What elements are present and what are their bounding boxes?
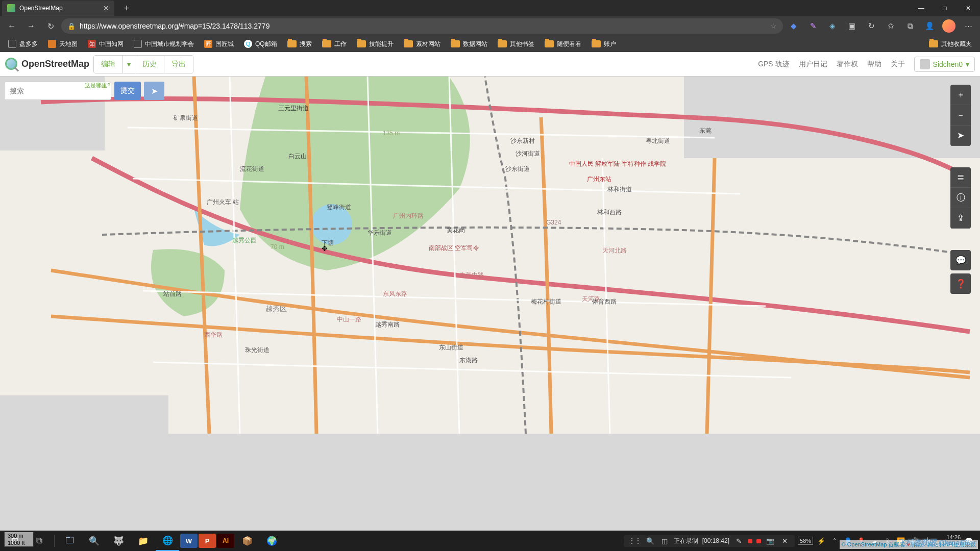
svg-text:广州东站: 广州东站 xyxy=(587,176,611,183)
browser-tab-active[interactable]: OpenStreetMap ✕ xyxy=(2,1,114,16)
map-canvas[interactable]: 白云山 135 m 三元里街道 广州火车 站 流花街道 矿泉街道 登峰街道 华乐… xyxy=(0,77,980,551)
zoom-out-button[interactable]: － xyxy=(950,105,971,126)
edit-button[interactable]: 编辑 xyxy=(94,56,123,73)
app-icon-1[interactable]: 🗔 xyxy=(58,531,81,551)
app-icon-globe[interactable]: 🌍 xyxy=(260,531,283,551)
profile-switch-icon[interactable]: 👤 xyxy=(921,17,938,35)
bookmark-folder[interactable]: 搜索 xyxy=(283,38,316,51)
drag-handle-icon[interactable]: ⋮⋮ xyxy=(629,537,641,544)
ext-icon-1[interactable]: ◆ xyxy=(785,17,802,35)
close-window-button[interactable]: ✕ xyxy=(957,0,980,16)
folder-icon xyxy=(287,40,297,47)
close-rec-icon[interactable]: ✕ xyxy=(779,537,790,545)
minimize-button[interactable]: — xyxy=(910,0,933,16)
osm-logo[interactable]: OpenStreetMap xyxy=(5,58,89,71)
bookmark-item[interactable]: 匠国匠城 xyxy=(200,38,238,51)
file-explorer-icon[interactable]: 📁 xyxy=(131,531,155,551)
ext-icon-5[interactable]: ↻ xyxy=(863,17,880,35)
bookmark-item[interactable]: 盘多多 xyxy=(4,38,42,51)
folder-icon xyxy=(929,40,938,47)
bookmark-item[interactable]: 天地图 xyxy=(44,38,82,51)
url-input[interactable]: 🔒 https://www.openstreetmap.org/#map=15/… xyxy=(61,18,783,34)
illustrator-icon[interactable]: Ai xyxy=(217,534,234,548)
pause-button[interactable] xyxy=(756,539,761,543)
ext-icon-3[interactable]: ◈ xyxy=(824,17,841,35)
ext-icon-2[interactable]: ✎ xyxy=(804,17,822,35)
window-controls: — □ ✕ xyxy=(910,0,980,16)
locate-button[interactable]: ➤ xyxy=(950,126,971,146)
bookmark-folder[interactable]: 素材网站 xyxy=(400,38,445,51)
bookmark-item[interactable]: 知中国知网 xyxy=(84,38,128,51)
copyright-link[interactable]: 著作权 xyxy=(837,60,858,69)
svg-text:先烈中路: 先烈中路 xyxy=(459,271,484,279)
tray-overflow-icon[interactable]: ˄ xyxy=(829,537,840,545)
word-icon[interactable]: W xyxy=(180,534,198,548)
camera-icon[interactable]: 📷 xyxy=(765,537,775,545)
svg-text:广州火车
站: 广州火车 站 xyxy=(207,198,239,206)
svg-text:70 m: 70 m xyxy=(271,243,284,251)
pencil-icon[interactable]: ✎ xyxy=(733,537,744,545)
favorites-icon[interactable]: ✩ xyxy=(882,17,899,35)
rec-settings-icon[interactable]: ◫ xyxy=(659,537,670,545)
powerpoint-icon[interactable]: P xyxy=(199,534,216,548)
donate-link[interactable]: 捐款 xyxy=(912,541,923,547)
back-button[interactable]: ← xyxy=(3,17,20,35)
battery-status[interactable]: 58% xyxy=(798,537,813,545)
search-submit-button[interactable]: 提交 xyxy=(114,82,141,100)
terms-link[interactable]: 网站和API使用条款 xyxy=(927,541,976,547)
export-button[interactable]: 导出 xyxy=(164,56,193,73)
record-button[interactable] xyxy=(748,539,752,543)
power-icon[interactable]: ⚡ xyxy=(816,537,826,545)
bookmark-folder[interactable]: 随便看看 xyxy=(541,38,585,51)
new-tab-button[interactable]: + xyxy=(119,3,134,14)
directions-button[interactable]: ➤ xyxy=(144,82,164,100)
bookmarks-overflow[interactable]: 其他收藏夹 xyxy=(925,38,976,51)
close-tab-icon[interactable]: ✕ xyxy=(103,4,109,12)
bookmark-folder[interactable]: 其他书签 xyxy=(494,38,538,51)
primary-actions: 编辑 ▾ 历史 导出 xyxy=(93,55,193,73)
osm-favicon xyxy=(7,4,15,12)
bookmark-folder[interactable]: 技能提升 xyxy=(353,38,398,51)
ext-icon-4[interactable]: ▣ xyxy=(843,17,861,35)
chevron-down-icon: ▾ xyxy=(966,60,969,68)
map-key-button[interactable]: ⓘ xyxy=(950,188,971,208)
bookmark-folder[interactable]: 数据网站 xyxy=(447,38,492,51)
gps-traces-link[interactable]: GPS 轨迹 xyxy=(758,60,789,69)
folder-icon xyxy=(357,40,366,47)
collections-icon[interactable]: ⧉ xyxy=(901,17,919,35)
qq-icon: Q xyxy=(244,40,252,48)
app-icon-box[interactable]: 📦 xyxy=(235,531,259,551)
menu-icon[interactable]: ⋯ xyxy=(960,17,977,35)
layers-button[interactable]: ≣ xyxy=(950,167,971,188)
search-app-icon[interactable]: 🔍 xyxy=(82,531,106,551)
user-diaries-link[interactable]: 用户日记 xyxy=(799,60,827,69)
rec-tool-icon[interactable]: 🔍 xyxy=(645,537,655,545)
bookmark-folder[interactable]: 工作 xyxy=(318,38,351,51)
maximize-button[interactable]: □ xyxy=(933,0,957,16)
svg-text:南部战区
空军司令: 南部战区 空军司令 xyxy=(429,244,479,252)
about-link[interactable]: 关于 xyxy=(891,60,905,69)
history-button[interactable]: 历史 xyxy=(135,56,164,73)
app-icon-wolf[interactable]: 🐺 xyxy=(107,531,130,551)
add-note-button[interactable]: 💬 xyxy=(950,250,971,270)
favorite-icon[interactable]: ☆ xyxy=(770,22,777,30)
attribution-copy[interactable]: © OpenStreetMap 贡献者 xyxy=(842,541,905,547)
user-menu[interactable]: Sidchen0 ▾ xyxy=(914,57,975,72)
map-svg: 白云山 135 m 三元里街道 广州火车 站 流花街道 矿泉街道 登峰街道 华乐… xyxy=(0,77,980,551)
profile-avatar[interactable] xyxy=(940,17,958,35)
edge-icon[interactable]: 🌐 xyxy=(156,531,179,551)
magnifier-icon xyxy=(5,58,18,71)
zoom-in-button[interactable]: ＋ xyxy=(950,85,971,105)
edit-dropdown[interactable]: ▾ xyxy=(123,56,135,73)
scale-imperial: 1000 ft xyxy=(4,539,34,547)
help-link[interactable]: 帮助 xyxy=(867,60,881,69)
bookmark-folder[interactable]: 账户 xyxy=(587,38,620,51)
query-features-button[interactable]: ❓ xyxy=(950,273,971,294)
share-button[interactable]: ⇪ xyxy=(950,208,971,229)
where-am-i-link[interactable]: 这是哪里? xyxy=(85,82,110,89)
svg-text:华乐街道: 华乐街道 xyxy=(368,229,392,236)
refresh-button[interactable]: ↻ xyxy=(42,17,59,35)
bookmark-item[interactable]: QQQ邮箱 xyxy=(240,38,281,51)
bookmark-item[interactable]: 中国城市规划学会 xyxy=(130,38,198,51)
forward-button[interactable]: → xyxy=(22,17,40,35)
